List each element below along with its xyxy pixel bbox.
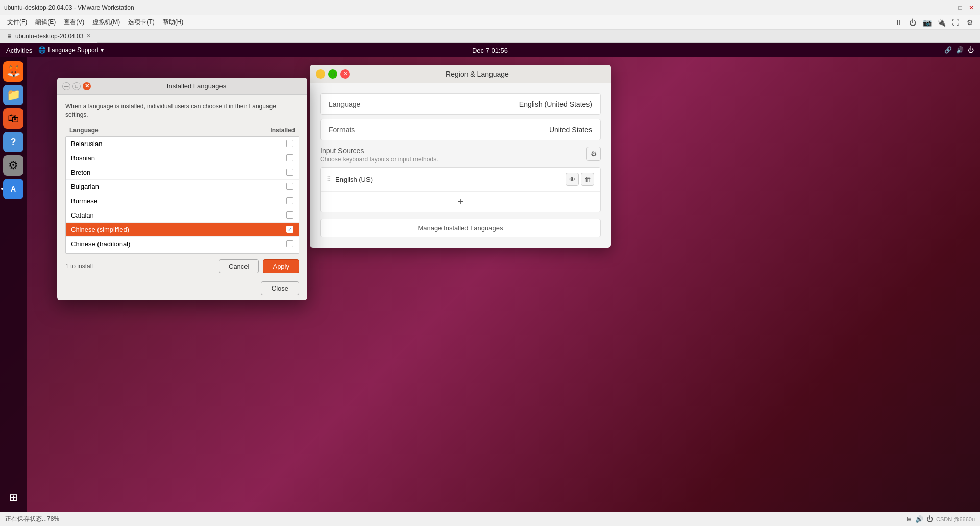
col-installed-header: Installed: [270, 127, 295, 134]
language-list-item[interactable]: Burmese: [66, 194, 299, 208]
formats-label: Formats: [329, 126, 390, 134]
lang-label: A: [11, 185, 16, 193]
input-source-preview-btn[interactable]: 👁: [566, 173, 579, 186]
network-icon[interactable]: 🔗: [944, 46, 952, 54]
maximize-icon: □: [331, 71, 335, 77]
status-icon-2[interactable]: 🔊: [915, 515, 923, 523]
input-source-add-btn[interactable]: +: [321, 192, 600, 212]
dialog-maximize-btn[interactable]: □: [72, 82, 81, 90]
input-source-item-english[interactable]: ⠿ English (US) 👁 🗑: [321, 168, 600, 192]
toolbar-snapshot-btn[interactable]: 📷: [921, 16, 933, 29]
menu-help[interactable]: 帮助(H): [160, 17, 187, 28]
input-source-actions: 👁 🗑: [566, 173, 594, 186]
input-sources-section: Input Sources Choose keyboard layouts or…: [320, 147, 601, 237]
tab-close-btn[interactable]: ✕: [86, 33, 91, 39]
dock-app-grid[interactable]: ⊞: [3, 487, 23, 508]
firefox-emoji: 🦊: [7, 65, 20, 78]
language-value: English (United States): [519, 100, 592, 108]
lang-support-btn[interactable]: 🌐 Language Support ▾: [38, 46, 104, 54]
languages-list: BelarusianBosnianBretonBulgarianBurmeseC…: [65, 136, 299, 254]
menu-tabs[interactable]: 选项卡(T): [125, 17, 157, 28]
dock-software[interactable]: 🛍: [3, 108, 23, 129]
software-emoji: 🛍: [8, 112, 19, 125]
dialog-close-btn[interactable]: ✕: [83, 82, 91, 90]
input-sources-subtitle: Choose keyboard layouts or input methods…: [320, 156, 438, 163]
menu-view[interactable]: 查看(V): [61, 17, 87, 28]
dock-files[interactable]: 📁: [3, 85, 23, 105]
dialog-footer: 1 to install Cancel Apply: [57, 254, 307, 278]
grid-emoji: ⊞: [9, 491, 18, 504]
language-checkbox[interactable]: [286, 154, 293, 161]
vmware-statusbar: 正在保存状态...78% 🖥 🔊 ⏻ CSDN @6660u: [0, 512, 980, 526]
toolbar-usb-btn[interactable]: 🔌: [935, 16, 947, 29]
toolbar-pause-btn[interactable]: ⏸: [892, 16, 904, 29]
region-minimize-btn[interactable]: —: [316, 69, 325, 79]
dialog-minimize-btn[interactable]: —: [62, 82, 70, 90]
activities-btn[interactable]: Activities: [6, 46, 32, 54]
power-icon[interactable]: ⏻: [968, 46, 974, 54]
vmware-minimize-btn[interactable]: —: [944, 3, 953, 12]
language-checkbox[interactable]: [286, 197, 293, 204]
close-footer-button[interactable]: Close: [261, 281, 299, 295]
input-source-delete-btn[interactable]: 🗑: [581, 173, 594, 186]
language-list-item[interactable]: Chinese (simplified)✓: [66, 223, 299, 237]
region-content: Language English (United States) Formats…: [310, 83, 611, 248]
language-checkbox[interactable]: [286, 211, 293, 219]
language-checkbox[interactable]: [286, 169, 293, 176]
close-icon: ✕: [343, 70, 348, 77]
toolbar-settings-btn[interactable]: ⚙: [964, 16, 976, 29]
language-row[interactable]: Language English (United States): [320, 93, 601, 115]
manage-installed-languages-btn[interactable]: Manage Installed Languages: [320, 219, 601, 237]
region-titlebar: — □ ✕ Region & Language: [310, 65, 611, 83]
cancel-button[interactable]: Cancel: [219, 259, 259, 273]
language-name: Bosnian: [71, 154, 286, 162]
toolbar-power-btn[interactable]: ⏻: [906, 16, 919, 29]
vmware-close-btn[interactable]: ✕: [967, 3, 976, 12]
dialog-close-footer: Close: [57, 278, 307, 300]
system-tray: 🔗 🔊 ⏻: [944, 46, 974, 54]
menu-vm[interactable]: 虚拟机(M): [89, 17, 123, 28]
status-icon-1[interactable]: 🖥: [905, 515, 912, 523]
region-maximize-btn[interactable]: □: [328, 69, 337, 79]
lang-dropdown-icon: ▾: [101, 46, 104, 54]
language-list-item[interactable]: Chinese (traditional): [66, 237, 299, 251]
volume-icon[interactable]: 🔊: [956, 46, 964, 54]
language-list-item[interactable]: Belarusian: [66, 137, 299, 151]
menu-edit[interactable]: 编辑(E): [32, 17, 59, 28]
preview-icon: 👁: [569, 176, 576, 183]
ubuntu-dock: 🦊 📁 🛍 ? ⚙ A ⊞: [0, 57, 27, 512]
files-emoji: 📁: [7, 88, 20, 102]
region-language-window: — □ ✕ Region & Language Language English…: [310, 65, 611, 248]
language-list-item[interactable]: Bulgarian: [66, 180, 299, 194]
language-checkbox[interactable]: [286, 240, 293, 247]
apply-button[interactable]: Apply: [263, 259, 299, 273]
language-checkbox[interactable]: ✓: [286, 226, 293, 233]
system-clock: Dec 7 01:56: [472, 46, 508, 54]
dock-firefox[interactable]: 🦊: [3, 61, 23, 82]
csdn-watermark: CSDN @6660u: [936, 516, 975, 522]
vmware-titlebar: ubuntu-desktop-20.04.03 - VMware Worksta…: [0, 0, 980, 15]
toolbar-fullscreen-btn[interactable]: ⛶: [949, 16, 962, 29]
add-icon: +: [457, 196, 463, 208]
language-list-item[interactable]: Bosnian: [66, 151, 299, 165]
region-close-btn[interactable]: ✕: [340, 69, 350, 79]
language-checkbox[interactable]: [286, 183, 293, 190]
lang-btn-label: Language Support: [48, 46, 99, 54]
formats-row[interactable]: Formats United States: [320, 119, 601, 140]
dialog-description: When a language is installed, individual…: [65, 102, 299, 119]
language-list-item[interactable]: Breton: [66, 165, 299, 180]
minimize-icon: —: [318, 71, 324, 77]
language-checkbox[interactable]: [286, 140, 293, 147]
dock-lang[interactable]: A: [3, 179, 23, 199]
language-name: Burmese: [71, 197, 286, 205]
installed-languages-dialog: — □ ✕ Installed Languages When a languag…: [57, 78, 307, 300]
dock-help[interactable]: ?: [3, 132, 23, 152]
menu-file[interactable]: 文件(F): [4, 17, 30, 28]
dock-settings[interactable]: ⚙: [3, 155, 23, 176]
language-list-item[interactable]: Catalan: [66, 208, 299, 223]
input-source-name: English (US): [335, 176, 566, 183]
vmware-maximize-btn[interactable]: □: [955, 3, 965, 12]
vmware-tab-ubuntu[interactable]: 🖥 ubuntu-desktop-20.04.03 ✕: [0, 30, 97, 43]
status-icon-3[interactable]: ⏻: [926, 515, 933, 523]
input-source-gear-btn[interactable]: ⚙: [586, 147, 601, 161]
